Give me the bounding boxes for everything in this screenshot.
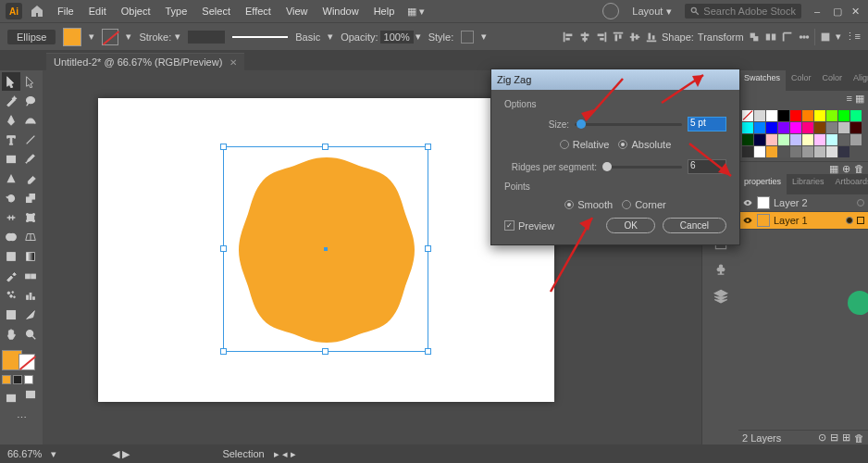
- absolute-radio[interactable]: Absolute: [618, 139, 671, 150]
- layer-row[interactable]: Layer 2: [738, 194, 868, 212]
- swatch-none[interactable]: [742, 110, 753, 121]
- swatch[interactable]: [850, 110, 862, 121]
- layer-row[interactable]: Layer 1: [738, 212, 868, 230]
- eye-icon[interactable]: [742, 197, 753, 208]
- locate-layer-icon[interactable]: ⊙: [818, 432, 826, 444]
- swatch[interactable]: [742, 134, 753, 145]
- rotate-tool[interactable]: [2, 189, 20, 207]
- scale-tool[interactable]: [21, 189, 40, 207]
- symbol-sprayer-tool[interactable]: [2, 286, 20, 305]
- club-icon[interactable]: [713, 261, 729, 278]
- delete-swatch-icon[interactable]: 🗑: [854, 163, 864, 173]
- swatch[interactable]: [766, 146, 777, 157]
- swatch[interactable]: [814, 110, 825, 121]
- swatch[interactable]: [802, 134, 813, 145]
- swatch[interactable]: [826, 146, 837, 157]
- swatch-grid-icon[interactable]: ▦: [855, 93, 864, 105]
- ridges-input[interactable]: 6: [688, 159, 726, 174]
- rectangle-tool[interactable]: [2, 150, 20, 169]
- swatch[interactable]: [790, 134, 801, 145]
- menu-file[interactable]: File: [52, 3, 80, 19]
- ok-button[interactable]: OK: [606, 218, 654, 233]
- layer-target[interactable]: [846, 217, 853, 224]
- zoom-tool[interactable]: [21, 325, 40, 344]
- swatch[interactable]: [850, 122, 862, 133]
- relative-radio[interactable]: Relative: [560, 139, 610, 150]
- color-tab[interactable]: Color: [786, 70, 817, 91]
- swatch[interactable]: [826, 110, 837, 121]
- opacity-control[interactable]: Opacity: 100%▾: [341, 31, 421, 44]
- close-button[interactable]: ✕: [851, 6, 862, 17]
- gradient-tool[interactable]: [21, 247, 40, 266]
- swatch[interactable]: [766, 110, 777, 121]
- swatch[interactable]: [790, 110, 801, 121]
- curvature-tool[interactable]: [21, 111, 40, 130]
- direct-selection-tool[interactable]: [21, 72, 40, 91]
- swatch[interactable]: [778, 146, 789, 157]
- handle-mr[interactable]: [425, 245, 431, 252]
- line-tool[interactable]: [21, 131, 40, 149]
- cancel-button[interactable]: Cancel: [663, 218, 726, 233]
- layer-name[interactable]: Layer 1: [774, 215, 808, 226]
- handle-tc[interactable]: [322, 144, 329, 150]
- menu-effect[interactable]: Effect: [240, 3, 277, 19]
- fill-stroke-indicator[interactable]: [2, 350, 41, 370]
- handle-tr[interactable]: [425, 144, 431, 150]
- stroke-weight[interactable]: Stroke:▾: [139, 31, 180, 43]
- stroke-variable-width[interactable]: [188, 31, 225, 44]
- align-left-icon[interactable]: [562, 31, 575, 44]
- type-tool[interactable]: [2, 131, 20, 149]
- swatches-grid[interactable]: [738, 106, 868, 161]
- swatch[interactable]: [850, 134, 862, 145]
- paintbrush-tool[interactable]: [21, 150, 40, 169]
- free-transform-tool[interactable]: [21, 208, 40, 227]
- align-bottom-icon[interactable]: [645, 31, 658, 44]
- menu-select[interactable]: Select: [196, 3, 236, 19]
- lasso-tool[interactable]: [21, 92, 40, 110]
- swatch[interactable]: [802, 146, 813, 157]
- swatch[interactable]: [838, 122, 849, 133]
- handle-br[interactable]: [425, 348, 431, 355]
- column-graph-tool[interactable]: [21, 286, 40, 305]
- align-tab[interactable]: Align: [848, 70, 868, 91]
- menu-view[interactable]: View: [280, 3, 314, 19]
- delete-layer-icon[interactable]: 🗑: [854, 432, 864, 444]
- pen-tool[interactable]: [2, 111, 20, 130]
- layer-target[interactable]: [857, 199, 864, 206]
- shape-selector[interactable]: Ellipse: [7, 30, 56, 44]
- swatch[interactable]: [838, 134, 849, 145]
- artboards-panel-tab[interactable]: Artboards: [830, 174, 868, 194]
- maximize-button[interactable]: ▢: [833, 6, 844, 17]
- eyedropper-tool[interactable]: [2, 267, 20, 285]
- brush-definition[interactable]: [232, 31, 288, 44]
- swatch[interactable]: [778, 110, 789, 121]
- handle-bc[interactable]: [322, 348, 329, 355]
- minimize-button[interactable]: –: [814, 6, 825, 17]
- width-tool[interactable]: [2, 208, 20, 227]
- workspace-grid-icon[interactable]: ▦ ▾: [407, 6, 425, 18]
- swatch[interactable]: [802, 110, 813, 121]
- size-slider[interactable]: [575, 123, 682, 126]
- swatch[interactable]: [790, 146, 801, 157]
- home-icon[interactable]: [30, 4, 44, 19]
- green-badge[interactable]: [848, 291, 868, 315]
- swatch[interactable]: [814, 134, 825, 145]
- new-layer-icon[interactable]: ⊞: [842, 432, 850, 444]
- screen-mode-options[interactable]: [21, 385, 40, 404]
- align-top-icon[interactable]: [612, 31, 625, 44]
- preview-checkbox[interactable]: Preview: [504, 220, 554, 232]
- corner-radio[interactable]: Corner: [622, 199, 666, 210]
- style-swatch[interactable]: [461, 31, 474, 44]
- transform-label[interactable]: Transform: [698, 31, 744, 43]
- isolate-icon[interactable]: [764, 31, 777, 44]
- color-tab2[interactable]: Color: [817, 70, 849, 91]
- mesh-tool[interactable]: [2, 247, 20, 266]
- align-center-icon[interactable]: [578, 31, 591, 44]
- menu-type[interactable]: Type: [160, 3, 193, 19]
- handle-bl[interactable]: [220, 348, 227, 355]
- hand-tool[interactable]: [2, 325, 20, 344]
- menu-object[interactable]: Object: [116, 3, 156, 19]
- new-swatch-icon[interactable]: ⊕: [842, 163, 850, 173]
- menu-help[interactable]: Help: [368, 3, 401, 19]
- artboard-tool[interactable]: [2, 306, 20, 324]
